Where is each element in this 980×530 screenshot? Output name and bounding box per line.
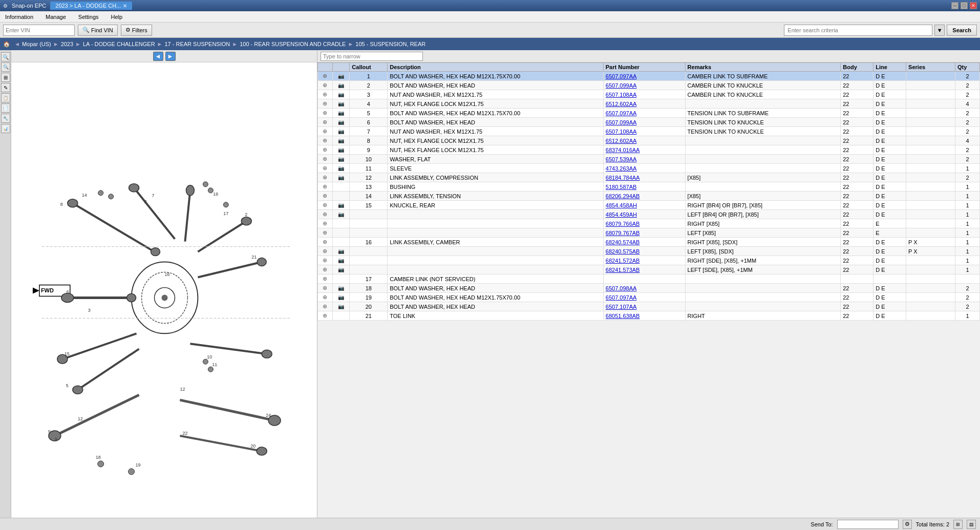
part-number-link[interactable]: 68241.573AB (606, 267, 640, 273)
col-header-partnum[interactable]: Part Number (603, 63, 685, 72)
row-part-number[interactable]: 68240.574AB (603, 238, 685, 247)
table-row[interactable]: ⊕📷68241.572ABRIGHT [SDE], [X85], +1MM22D… (318, 256, 980, 265)
col-header-qty[interactable]: Qty (955, 63, 979, 72)
menu-item-manage[interactable]: Manage (44, 13, 68, 21)
part-number-link[interactable]: 5180.587AB (606, 184, 637, 190)
part-number-link[interactable]: 68374.016AA (606, 147, 640, 153)
bc-item-4[interactable]: 17 - REAR SUSPENSION (164, 41, 230, 47)
part-number-link[interactable]: 68241.572AB (606, 258, 640, 264)
row-camera-icon[interactable]: 📷 (332, 90, 350, 99)
row-camera-icon[interactable]: 📷 (332, 155, 350, 164)
tool-zoom-out[interactable]: 🔍 (1, 62, 10, 72)
col-header-line[interactable]: Line (874, 63, 906, 72)
breadcrumb-back-icon[interactable]: ◄ (14, 41, 20, 47)
find-vin-button[interactable]: 🔍 Find VIN (78, 25, 118, 36)
part-number-link[interactable]: 68051.638AB (606, 313, 640, 319)
col-header-series[interactable]: Series (906, 63, 955, 72)
part-number-link[interactable]: 68206.294AB (606, 193, 640, 199)
row-camera-icon[interactable]: 📷 (332, 136, 350, 145)
row-part-number[interactable]: 6507.108AA (603, 127, 685, 136)
row-info-icon[interactable]: ⊕ (318, 284, 333, 293)
table-row[interactable]: ⊕📷68241.573ABLEFT [SDE], [X85], +1MM22D … (318, 265, 980, 274)
row-info-icon[interactable]: ⊕ (318, 164, 333, 173)
table-row[interactable]: ⊕📷20BOLT AND WASHER, HEX HEAD6507.107AA2… (318, 302, 980, 311)
row-info-icon[interactable]: ⊕ (318, 238, 333, 247)
row-info-icon[interactable]: ⊕ (318, 127, 333, 136)
tool-3[interactable]: 🔧 (1, 114, 10, 123)
row-part-number[interactable]: 5180.587AB (603, 182, 685, 192)
part-number-link[interactable]: 6512.602AA (606, 101, 637, 107)
part-number-link[interactable]: 6507.539AA (606, 156, 637, 162)
row-info-icon[interactable]: ⊕ (318, 118, 333, 127)
send-to-button[interactable]: ⚙ (903, 520, 912, 529)
parts-table-wrapper[interactable]: Callout Description Part Number Remarks … (317, 62, 980, 518)
row-info-icon[interactable]: ⊕ (318, 302, 333, 311)
table-row[interactable]: ⊕📷12LINK ASSEMBLY, COMPRESSION68184.784A… (318, 173, 980, 182)
home-icon[interactable]: 🏠 (3, 41, 10, 48)
tool-1[interactable]: 📋 (1, 93, 10, 102)
part-number-link[interactable]: 6512.602AA (606, 138, 637, 144)
table-row[interactable]: ⊕📷68240.575ABLEFT [X85], [SDX]22D EP X1 (318, 247, 980, 256)
table-row[interactable]: ⊕17CAMBER LINK (NOT SERVICED) (318, 274, 980, 284)
table-row[interactable]: ⊕21TOE LINK68051.638ABRIGHT22D E1 (318, 311, 980, 321)
col-header-remarks[interactable]: Remarks (685, 63, 841, 72)
part-number-link[interactable]: 4854.459AH (606, 211, 637, 218)
minimize-button[interactable]: ─ (951, 2, 958, 9)
col-header-callout[interactable]: Callout (350, 63, 388, 72)
row-camera-icon[interactable]: 📷 (332, 81, 350, 90)
tab-close-icon[interactable]: ✕ (123, 3, 127, 9)
part-number-link[interactable]: 68240.575AB (606, 248, 640, 255)
row-part-number[interactable]: 68079.766AB (603, 219, 685, 228)
row-part-number[interactable]: 6507.107AA (603, 302, 685, 311)
row-part-number[interactable]: 6512.602AA (603, 136, 685, 145)
part-number-link[interactable]: 68240.574AB (606, 239, 640, 245)
table-row[interactable]: ⊕16LINK ASSEMBLY, CAMBER68240.574ABRIGHT… (318, 238, 980, 247)
row-part-number[interactable]: 4854.458AH (603, 201, 685, 210)
row-part-number[interactable]: 68374.016AA (603, 145, 685, 155)
row-camera-icon[interactable]: 📷 (332, 118, 350, 127)
filters-button[interactable]: ⚙ Filters (121, 25, 152, 36)
table-row[interactable]: ⊕📷9NUT, HEX FLANGE LOCK M12X1.7568374.01… (318, 145, 980, 155)
part-number-link[interactable]: 6507.108AA (606, 92, 637, 98)
row-info-icon[interactable]: ⊕ (318, 274, 333, 284)
row-camera-icon[interactable]: 📷 (332, 173, 350, 182)
row-camera-icon[interactable]: 📷 (332, 127, 350, 136)
bc-item-6[interactable]: 105 - SUSPENSION, REAR (355, 41, 425, 47)
row-part-number[interactable]: 6507.539AA (603, 155, 685, 164)
send-to-dropdown[interactable] (837, 520, 899, 529)
table-row[interactable]: ⊕📷15KNUCKLE, REAR4854.458AHRIGHT [BR4] O… (318, 201, 980, 210)
row-info-icon[interactable]: ⊕ (318, 192, 333, 201)
diagram-prev-button[interactable]: ◄ (153, 52, 163, 61)
part-number-link[interactable]: 68184.784AA (606, 175, 640, 181)
row-part-number[interactable]: 4854.459AH (603, 210, 685, 219)
table-row[interactable]: ⊕📷18BOLT AND WASHER, HEX HEAD6507.098AA2… (318, 284, 980, 293)
row-part-number[interactable]: 68206.294AB (603, 192, 685, 201)
row-info-icon[interactable]: ⊕ (318, 247, 333, 256)
narrow-input[interactable] (321, 52, 423, 61)
vin-input[interactable] (3, 25, 75, 36)
row-info-icon[interactable]: ⊕ (318, 210, 333, 219)
menu-item-help[interactable]: Help (109, 13, 125, 21)
row-part-number[interactable]: 6507.097AA (603, 109, 685, 118)
part-number-link[interactable]: 6507.108AA (606, 129, 637, 135)
row-info-icon[interactable]: ⊕ (318, 256, 333, 265)
row-info-icon[interactable]: ⊕ (318, 145, 333, 155)
row-part-number[interactable]: 6507.099AA (603, 118, 685, 127)
row-camera-icon[interactable]: 📷 (332, 72, 350, 81)
row-info-icon[interactable]: ⊕ (318, 155, 333, 164)
restore-button[interactable]: □ (961, 2, 968, 9)
row-camera-icon[interactable]: 📷 (332, 210, 350, 219)
table-row[interactable]: ⊕📷1BOLT AND WASHER, HEX HEAD M12X1.75X70… (318, 72, 980, 81)
row-info-icon[interactable]: ⊕ (318, 293, 333, 302)
row-info-icon[interactable]: ⊕ (318, 219, 333, 228)
part-number-link[interactable]: 6507.098AA (606, 285, 637, 291)
table-row[interactable]: ⊕📷2BOLT AND WASHER, HEX HEAD6507.099AACA… (318, 81, 980, 90)
part-number-link[interactable]: 4854.458AH (606, 202, 637, 208)
bc-item-2[interactable]: 2023 (61, 41, 73, 47)
part-number-link[interactable]: 6507.097AA (606, 294, 637, 301)
tool-fit[interactable]: ⊞ (1, 73, 10, 82)
row-info-icon[interactable]: ⊕ (318, 201, 333, 210)
tool-2[interactable]: 📄 (1, 103, 10, 113)
row-camera-icon[interactable]: 📷 (332, 265, 350, 274)
row-part-number[interactable]: 6507.097AA (603, 293, 685, 302)
